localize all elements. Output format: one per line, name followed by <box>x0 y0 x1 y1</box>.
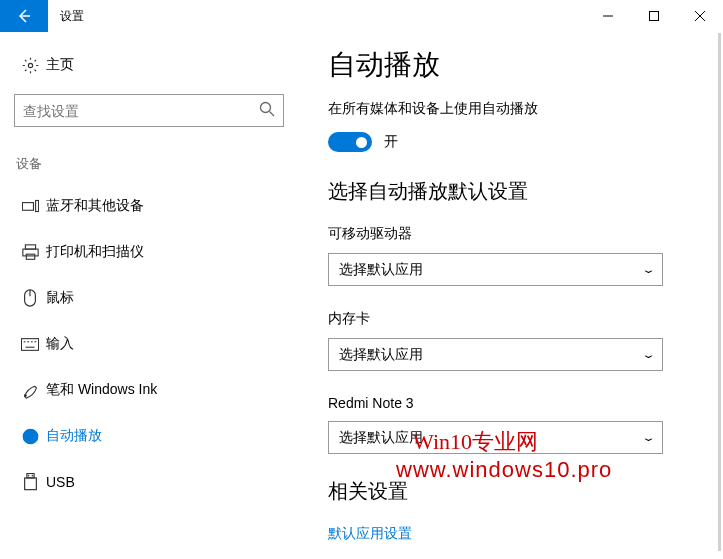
svg-rect-23 <box>24 478 36 490</box>
mouse-icon <box>16 289 44 307</box>
svg-point-4 <box>28 63 32 67</box>
select-value: 选择默认应用 <box>339 261 423 279</box>
svg-rect-14 <box>21 338 38 350</box>
sidebar-item-label: 自动播放 <box>46 427 102 445</box>
svg-rect-10 <box>22 249 37 256</box>
svg-rect-22 <box>26 473 33 478</box>
home-link[interactable]: 主页 <box>14 50 284 80</box>
sidebar-item-mouse[interactable]: 鼠标 <box>14 275 284 321</box>
sidebar-item-pen[interactable]: 笔和 Windows Ink <box>14 367 284 413</box>
field-label-redmi: Redmi Note 3 <box>328 395 697 411</box>
svg-rect-9 <box>25 244 35 248</box>
toggle-knob <box>356 137 367 148</box>
chevron-down-icon: ⌄ <box>641 432 655 443</box>
sidebar-item-label: 鼠标 <box>46 289 74 307</box>
sidebar-item-usb[interactable]: USB <box>14 459 284 505</box>
maximize-button[interactable] <box>631 0 677 32</box>
home-label: 主页 <box>46 56 74 74</box>
search-icon <box>259 101 275 120</box>
select-value: 选择默认应用 <box>339 346 423 364</box>
sidebar-item-bluetooth[interactable]: 蓝牙和其他设备 <box>14 183 284 229</box>
autoplay-toggle[interactable]: 开 <box>328 132 697 152</box>
svg-point-20 <box>24 394 26 396</box>
group-label: 设备 <box>14 155 284 173</box>
svg-line-6 <box>270 112 275 117</box>
toggle-switch[interactable] <box>328 132 372 152</box>
sidebar-item-label: 蓝牙和其他设备 <box>46 197 144 215</box>
content-area: 主页 设备 蓝牙和其他设备 打印机和扫描仪 鼠标 输入 <box>0 32 723 559</box>
select-value: 选择默认应用 <box>339 429 423 447</box>
autoplay-icon <box>16 428 44 445</box>
usb-icon <box>16 473 44 491</box>
device-icon <box>16 199 44 213</box>
sidebar-item-label: USB <box>46 474 75 490</box>
sidebar-item-label: 打印机和扫描仪 <box>46 243 144 261</box>
search-input[interactable] <box>23 103 259 119</box>
arrow-left-icon <box>16 8 32 24</box>
sidebar: 主页 设备 蓝牙和其他设备 打印机和扫描仪 鼠标 输入 <box>0 32 298 559</box>
nav-items: 蓝牙和其他设备 打印机和扫描仪 鼠标 输入 笔和 Windows Ink 自动播… <box>14 183 284 505</box>
gear-icon <box>16 57 44 74</box>
field-label-removable: 可移动驱动器 <box>328 225 697 243</box>
sidebar-item-typing[interactable]: 输入 <box>14 321 284 367</box>
minimize-button[interactable] <box>585 0 631 32</box>
main-panel: 自动播放 在所有媒体和设备上使用自动播放 开 选择自动播放默认设置 可移动驱动器… <box>298 32 723 559</box>
keyboard-icon <box>16 338 44 351</box>
chevron-down-icon: ⌄ <box>641 264 655 275</box>
search-box[interactable] <box>14 94 284 127</box>
related-heading: 相关设置 <box>328 478 697 505</box>
sidebar-item-label: 输入 <box>46 335 74 353</box>
related-link[interactable]: 默认应用设置 <box>328 525 697 543</box>
sidebar-item-autoplay[interactable]: 自动播放 <box>14 413 284 459</box>
svg-point-5 <box>261 103 271 113</box>
sidebar-item-printers[interactable]: 打印机和扫描仪 <box>14 229 284 275</box>
scrollbar[interactable] <box>718 33 721 551</box>
select-removable[interactable]: 选择默认应用 ⌄ <box>328 253 663 286</box>
svg-rect-8 <box>35 200 38 211</box>
sidebar-item-label: 笔和 Windows Ink <box>46 381 157 399</box>
svg-rect-7 <box>22 203 33 211</box>
printer-icon <box>16 244 44 261</box>
window-title: 设置 <box>48 8 585 25</box>
titlebar: 设置 <box>0 0 723 32</box>
page-title: 自动播放 <box>328 46 697 84</box>
field-label-memorycard: 内存卡 <box>328 310 697 328</box>
chevron-down-icon: ⌄ <box>641 349 655 360</box>
toggle-description: 在所有媒体和设备上使用自动播放 <box>328 100 697 118</box>
window-controls <box>585 0 723 32</box>
pen-icon <box>16 382 44 399</box>
close-button[interactable] <box>677 0 723 32</box>
svg-rect-11 <box>26 254 35 259</box>
select-redmi[interactable]: 选择默认应用 ⌄ <box>328 421 663 454</box>
toggle-label: 开 <box>384 133 398 151</box>
section-heading: 选择自动播放默认设置 <box>328 178 697 205</box>
select-memorycard[interactable]: 选择默认应用 ⌄ <box>328 338 663 371</box>
back-button[interactable] <box>0 0 48 32</box>
svg-rect-1 <box>650 12 659 21</box>
